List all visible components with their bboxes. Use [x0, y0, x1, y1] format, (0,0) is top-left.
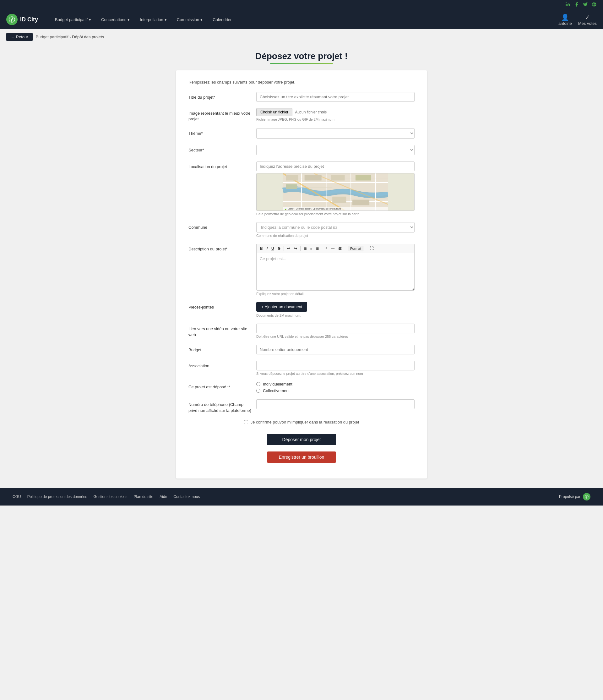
logo-icon [6, 14, 18, 25]
description-field: B I U S ↩ ↪ ⊞ ≡ ≣ ❝ — ⛓ Format ⛶ [256, 244, 415, 296]
localisation-field: 🍃 Leaflet | Données carte © OpenStreetMa… [256, 161, 415, 216]
titre-row: Titre du projet* [188, 92, 415, 102]
linkedin-icon[interactable] [565, 2, 570, 8]
theme-label: Thème* [188, 128, 251, 136]
titre-input[interactable] [256, 92, 415, 102]
confirm-row: Je confirme pouvoir m'impliquer dans la … [188, 420, 415, 424]
footer-contact[interactable]: Contactez-nous [173, 495, 200, 499]
toolbar-bold[interactable]: B [259, 245, 264, 252]
toolbar-redo[interactable]: ↪ [292, 245, 299, 252]
svg-text:🍃 Leaflet | Données carte © O: 🍃 Leaflet | Données carte © OpenStreetMa… [284, 207, 341, 210]
toolbar-blockquote[interactable]: ❝ [324, 246, 329, 252]
localisation-input[interactable] [256, 161, 415, 171]
svg-point-25 [586, 496, 587, 497]
nav-interpellation[interactable]: Interpellation ▾ [135, 15, 171, 25]
nav-concertations[interactable]: Concertations ▾ [97, 15, 134, 25]
page-title: Déposez votre projet ! [6, 51, 597, 61]
image-row: Image représentant le mieux votre projet… [188, 108, 415, 122]
theme-select[interactable] [256, 128, 415, 139]
globe-icon[interactable] [592, 2, 597, 8]
toolbar-expand[interactable]: ⛶ [368, 245, 375, 252]
votes-menu[interactable]: ✓ Mes votes [578, 14, 597, 26]
svg-rect-15 [286, 175, 298, 181]
toolbar-format[interactable]: Format [348, 246, 363, 251]
toolbar-sep-1 [284, 246, 284, 251]
file-choose-button[interactable]: Choisir un fichier [256, 108, 292, 116]
radio-collectivement[interactable]: Collectivement [256, 388, 415, 393]
title-underline [270, 63, 333, 64]
description-editor[interactable]: Ce projet est... [256, 253, 415, 291]
description-label: Description du projet* [188, 244, 251, 252]
toolbar-undo[interactable]: ↩ [286, 245, 292, 252]
navbar-nav: Budget participatif ▾ Concertations ▾ In… [51, 15, 558, 25]
lien-label: Lien vers une vidéo ou votre site web [188, 324, 251, 338]
footer-cgu[interactable]: CGU [12, 495, 21, 499]
footer-politique[interactable]: Politique de protection des données [27, 495, 87, 499]
titre-field [256, 92, 415, 102]
telephone-input[interactable] [256, 399, 415, 409]
confirm-checkbox[interactable] [244, 420, 248, 424]
editor-toolbar: B I U S ↩ ↪ ⊞ ≡ ≣ ❝ — ⛓ Format ⛶ [256, 244, 415, 253]
toolbar-link[interactable]: ⛓ [337, 246, 343, 251]
depot-type-row: Ce projet est déposé :* Individuellement… [188, 382, 415, 393]
toolbar-list-ordered[interactable]: ≣ [314, 246, 320, 252]
pieces-jointes-label: Pièces-jointes [188, 302, 251, 310]
footer-links: CGU Politique de protection des données … [12, 495, 200, 499]
association-input[interactable] [256, 361, 415, 370]
svg-rect-16 [305, 175, 322, 181]
footer: CGU Politique de protection des données … [0, 488, 603, 505]
titre-label: Titre du projet* [188, 92, 251, 100]
image-label: Image représentant le mieux votre projet [188, 108, 251, 122]
toolbar-strikethrough[interactable]: S [277, 245, 282, 252]
commune-hint: Commune de réalisation du projet [256, 234, 415, 238]
radio-individuellement[interactable]: Individuellement [256, 382, 415, 386]
lien-input[interactable] [256, 324, 415, 333]
budget-input[interactable] [256, 345, 415, 354]
form-card: Remplissez les champs suivants pour dépo… [176, 70, 427, 478]
toolbar-italic[interactable]: I [265, 245, 269, 252]
pieces-jointes-hint: Documents de 2M maximum. [256, 314, 415, 317]
footer-aide[interactable]: Aide [160, 495, 167, 499]
toolbar-list-unordered[interactable]: ≡ [309, 246, 314, 251]
nav-budget-participatif[interactable]: Budget participatif ▾ [51, 15, 96, 25]
toolbar-table[interactable]: ⊞ [302, 246, 308, 252]
votes-label: Mes votes [578, 21, 597, 26]
twitter-icon[interactable] [583, 2, 588, 8]
add-document-button[interactable]: + Ajouter un document [256, 302, 307, 312]
description-placeholder: Ce projet est... [260, 256, 286, 261]
breadcrumb-parent[interactable]: Budget participatif [36, 34, 69, 39]
confirm-label[interactable]: Je confirme pouvoir m'impliquer dans la … [251, 420, 359, 424]
secteur-select[interactable] [256, 145, 415, 155]
description-hint: Expliquez votre projet en détail. [256, 292, 415, 296]
footer-cookies[interactable]: Gestion des cookies [93, 495, 127, 499]
toolbar-hr[interactable]: — [330, 246, 336, 251]
facebook-icon[interactable] [574, 2, 579, 8]
user-menu[interactable]: 👤 antoine [558, 14, 572, 26]
nav-commission[interactable]: Commission ▾ [173, 15, 207, 25]
submit-button[interactable]: Déposer mon projet [267, 434, 336, 445]
budget-label: Budget [188, 345, 251, 353]
secteur-label: Secteur* [188, 145, 251, 153]
file-input-row: Choisir un fichier Aucun fichier choisi [256, 108, 415, 116]
breadcrumb-area: ← Retour Budget participatif › Dépôt des… [0, 29, 603, 45]
map-container: 🍃 Leaflet | Données carte © OpenStreetMa… [256, 173, 415, 211]
commune-select[interactable]: Indiquez la commune ou le code postal ic… [256, 222, 415, 232]
toolbar-sep-5 [365, 246, 365, 251]
draft-button[interactable]: Enregistrer un brouillon [267, 451, 336, 463]
footer-plan[interactable]: Plan du site [134, 495, 154, 499]
image-field: Choisir un fichier Aucun fichier choisi … [256, 108, 415, 121]
nav-calendrier[interactable]: Calendrier [208, 15, 236, 25]
user-icon: 👤 [561, 14, 569, 21]
toolbar-sep-4 [345, 246, 345, 251]
powered-by-logo [583, 493, 591, 500]
depot-type-label: Ce projet est déposé :* [188, 382, 251, 390]
toolbar-underline[interactable]: U [270, 245, 276, 252]
back-button[interactable]: ← Retour [6, 33, 33, 41]
logo[interactable]: iD City [6, 14, 38, 25]
commune-field: Indiquez la commune ou le code postal ic… [256, 222, 415, 238]
map-svg: 🍃 Leaflet | Données carte © OpenStreetMa… [257, 173, 414, 210]
telephone-label: Numéro de téléphone (Champ privé non aff… [188, 399, 251, 413]
powered-by-text: Propulsé par [559, 495, 580, 499]
svg-rect-20 [332, 197, 346, 203]
localisation-label: Localisation du projet [188, 161, 251, 170]
